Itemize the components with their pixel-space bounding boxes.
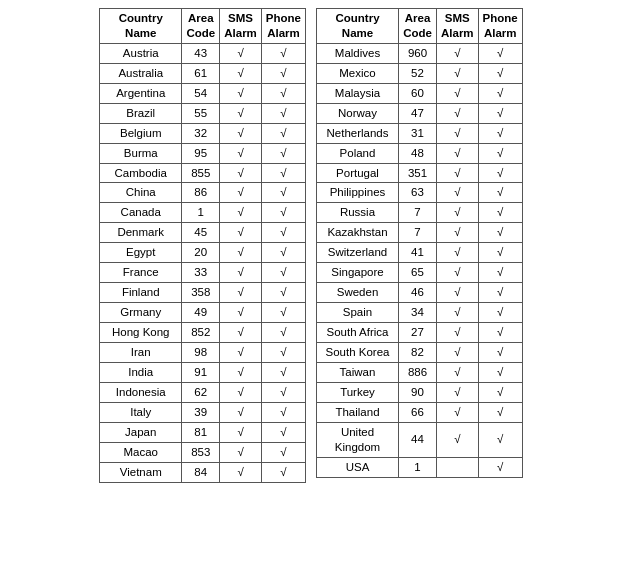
table-row: Spain 34 √ √ — [317, 303, 523, 323]
cell-area: 52 — [399, 63, 437, 83]
cell-country: Portugal — [317, 163, 399, 183]
cell-area: 1 — [399, 457, 437, 477]
cell-phone: √ — [478, 457, 522, 477]
table-row: Malaysia 60 √ √ — [317, 83, 523, 103]
cell-country: Denmark — [100, 223, 182, 243]
cell-phone: √ — [261, 402, 305, 422]
table-row: Austria 43 √ √ — [100, 43, 306, 63]
cell-sms: √ — [220, 143, 262, 163]
cell-phone: √ — [478, 203, 522, 223]
table-row: Switzerland 41 √ √ — [317, 243, 523, 263]
cell-country: Turkey — [317, 382, 399, 402]
cell-sms: √ — [437, 362, 479, 382]
cell-sms: √ — [437, 123, 479, 143]
cell-sms: √ — [437, 323, 479, 343]
table-row: Cambodia 855 √ √ — [100, 163, 306, 183]
table-left: Country Name Area Code SMS Alarm Phone A… — [99, 8, 306, 483]
cell-phone: √ — [261, 83, 305, 103]
cell-country: South Africa — [317, 323, 399, 343]
table-row: Netherlands 31 √ √ — [317, 123, 523, 143]
table-row: Egypt 20 √ √ — [100, 243, 306, 263]
table-row: Finland 358 √ √ — [100, 283, 306, 303]
cell-phone: √ — [261, 123, 305, 143]
cell-country: Poland — [317, 143, 399, 163]
cell-sms: √ — [437, 422, 479, 457]
cell-phone: √ — [478, 83, 522, 103]
cell-phone: √ — [261, 283, 305, 303]
cell-area: 62 — [182, 382, 220, 402]
cell-phone: √ — [478, 183, 522, 203]
table-row: Thailand 66 √ √ — [317, 402, 523, 422]
table-row: Denmark 45 √ √ — [100, 223, 306, 243]
cell-sms: √ — [437, 382, 479, 402]
cell-phone: √ — [478, 143, 522, 163]
cell-sms: √ — [220, 323, 262, 343]
cell-area: 48 — [399, 143, 437, 163]
header-area-1: Area Code — [182, 9, 220, 44]
table-row: Indonesia 62 √ √ — [100, 382, 306, 402]
cell-area: 91 — [182, 362, 220, 382]
table-row: Philippines 63 √ √ — [317, 183, 523, 203]
table-row: Taiwan 886 √ √ — [317, 362, 523, 382]
cell-phone: √ — [478, 243, 522, 263]
cell-sms: √ — [437, 223, 479, 243]
cell-sms — [437, 457, 479, 477]
cell-country: Japan — [100, 422, 182, 442]
cell-phone: √ — [261, 183, 305, 203]
table-row: Singapore 65 √ √ — [317, 263, 523, 283]
cell-phone: √ — [478, 103, 522, 123]
cell-phone: √ — [261, 442, 305, 462]
cell-area: 60 — [399, 83, 437, 103]
cell-phone: √ — [478, 223, 522, 243]
cell-sms: √ — [220, 382, 262, 402]
cell-phone: √ — [261, 203, 305, 223]
cell-area: 855 — [182, 163, 220, 183]
cell-country: Egypt — [100, 243, 182, 263]
cell-sms: √ — [437, 283, 479, 303]
table-row: France 33 √ √ — [100, 263, 306, 283]
cell-phone: √ — [261, 382, 305, 402]
cell-phone: √ — [478, 163, 522, 183]
cell-area: 358 — [182, 283, 220, 303]
cell-sms: √ — [437, 83, 479, 103]
cell-phone: √ — [261, 223, 305, 243]
table-row: Belgium 32 √ √ — [100, 123, 306, 143]
cell-area: 27 — [399, 323, 437, 343]
cell-sms: √ — [220, 442, 262, 462]
cell-sms: √ — [220, 362, 262, 382]
cell-country: China — [100, 183, 182, 203]
cell-country: Hong Kong — [100, 323, 182, 343]
cell-phone: √ — [261, 63, 305, 83]
cell-sms: √ — [220, 63, 262, 83]
tables-container: Country Name Area Code SMS Alarm Phone A… — [99, 8, 523, 483]
table-row: Portugal 351 √ √ — [317, 163, 523, 183]
cell-phone: √ — [478, 43, 522, 63]
cell-area: 32 — [182, 123, 220, 143]
cell-country: India — [100, 362, 182, 382]
cell-sms: √ — [220, 123, 262, 143]
cell-sms: √ — [220, 83, 262, 103]
cell-phone: √ — [478, 323, 522, 343]
cell-area: 1 — [182, 203, 220, 223]
cell-country: Philippines — [317, 183, 399, 203]
table-row: Macao 853 √ √ — [100, 442, 306, 462]
cell-area: 81 — [182, 422, 220, 442]
table-row: United Kingdom 44 √ √ — [317, 422, 523, 457]
cell-country: Maldives — [317, 43, 399, 63]
cell-phone: √ — [261, 342, 305, 362]
cell-country: Norway — [317, 103, 399, 123]
cell-sms: √ — [220, 342, 262, 362]
cell-country: Canada — [100, 203, 182, 223]
header-country-2: Country Name — [317, 9, 399, 44]
cell-country: Macao — [100, 442, 182, 462]
cell-sms: √ — [437, 342, 479, 362]
cell-area: 41 — [399, 243, 437, 263]
cell-area: 55 — [182, 103, 220, 123]
cell-country: Indonesia — [100, 382, 182, 402]
cell-phone: √ — [261, 43, 305, 63]
table-row: Maldives 960 √ √ — [317, 43, 523, 63]
cell-phone: √ — [478, 303, 522, 323]
cell-country: Netherlands — [317, 123, 399, 143]
cell-area: 852 — [182, 323, 220, 343]
cell-sms: √ — [437, 263, 479, 283]
